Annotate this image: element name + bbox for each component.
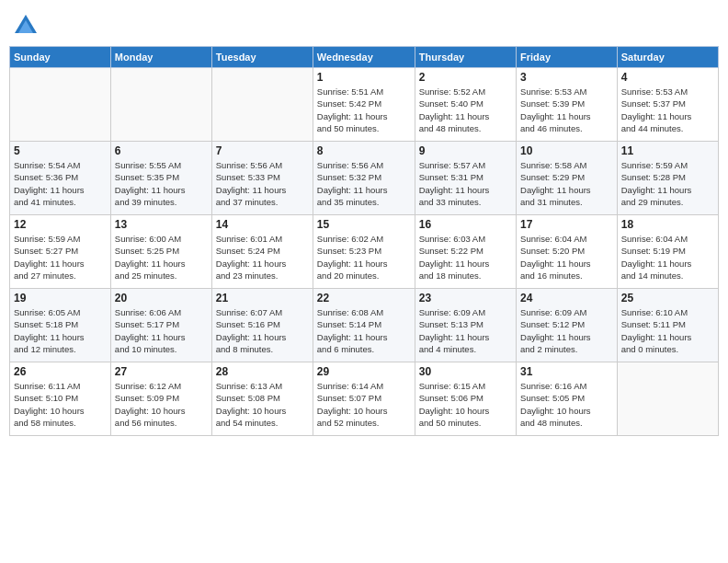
- day-info: Sunrise: 5:59 AM Sunset: 5:28 PM Dayligh…: [621, 159, 714, 208]
- day-info: Sunrise: 6:09 AM Sunset: 5:12 PM Dayligh…: [520, 306, 613, 355]
- day-number: 11: [621, 144, 714, 157]
- day-number: 25: [621, 292, 714, 304]
- header-sunday: Sunday: [10, 47, 111, 68]
- header-thursday: Thursday: [415, 47, 516, 68]
- day-number: 14: [216, 218, 309, 231]
- day-number: 8: [317, 144, 411, 157]
- day-info: Sunrise: 6:14 AM Sunset: 5:07 PM Dayligh…: [317, 380, 411, 429]
- day-number: 17: [520, 218, 613, 231]
- day-cell: 31Sunrise: 6:16 AM Sunset: 5:05 PM Dayli…: [517, 362, 618, 436]
- day-cell: 20Sunrise: 6:06 AM Sunset: 5:17 PM Dayli…: [110, 289, 211, 362]
- day-number: 10: [520, 144, 613, 157]
- header-monday: Monday: [110, 47, 211, 68]
- day-info: Sunrise: 5:52 AM Sunset: 5:40 PM Dayligh…: [419, 86, 512, 134]
- day-info: Sunrise: 6:04 AM Sunset: 5:20 PM Dayligh…: [520, 233, 613, 282]
- day-cell: 25Sunrise: 6:10 AM Sunset: 5:11 PM Dayli…: [617, 289, 718, 362]
- day-number: 3: [520, 71, 613, 84]
- day-info: Sunrise: 6:12 AM Sunset: 5:09 PM Dayligh…: [115, 380, 208, 429]
- header-row: SundayMondayTuesdayWednesdayThursdayFrid…: [10, 47, 719, 68]
- calendar-table: SundayMondayTuesdayWednesdayThursdayFrid…: [9, 46, 719, 436]
- day-number: 20: [115, 292, 208, 304]
- day-info: Sunrise: 6:16 AM Sunset: 5:05 PM Dayligh…: [520, 380, 613, 429]
- day-number: 1: [317, 71, 411, 84]
- day-number: 28: [216, 365, 309, 378]
- day-number: 12: [14, 218, 107, 231]
- day-info: Sunrise: 5:51 AM Sunset: 5:42 PM Dayligh…: [317, 86, 411, 134]
- day-info: Sunrise: 6:15 AM Sunset: 5:06 PM Dayligh…: [419, 380, 512, 429]
- day-cell: 6Sunrise: 5:55 AM Sunset: 5:35 PM Daylig…: [110, 142, 211, 215]
- day-cell: [211, 68, 313, 142]
- day-info: Sunrise: 6:11 AM Sunset: 5:10 PM Dayligh…: [14, 380, 107, 429]
- day-number: 19: [14, 292, 107, 304]
- day-cell: 28Sunrise: 6:13 AM Sunset: 5:08 PM Dayli…: [211, 362, 313, 436]
- day-cell: 19Sunrise: 6:05 AM Sunset: 5:18 PM Dayli…: [10, 289, 111, 362]
- day-cell: 27Sunrise: 6:12 AM Sunset: 5:09 PM Dayli…: [110, 362, 211, 436]
- day-number: 27: [115, 365, 208, 378]
- day-number: 30: [419, 365, 512, 378]
- day-number: 18: [621, 218, 714, 231]
- day-cell: 10Sunrise: 5:58 AM Sunset: 5:29 PM Dayli…: [517, 142, 618, 215]
- day-cell: 23Sunrise: 6:09 AM Sunset: 5:13 PM Dayli…: [415, 289, 516, 362]
- header-tuesday: Tuesday: [211, 47, 313, 68]
- day-info: Sunrise: 6:07 AM Sunset: 5:16 PM Dayligh…: [216, 306, 309, 355]
- day-number: 15: [317, 218, 411, 231]
- day-cell: 9Sunrise: 5:57 AM Sunset: 5:31 PM Daylig…: [415, 142, 516, 215]
- day-cell: 11Sunrise: 5:59 AM Sunset: 5:28 PM Dayli…: [617, 142, 718, 215]
- day-number: 7: [216, 144, 309, 157]
- day-info: Sunrise: 5:56 AM Sunset: 5:32 PM Dayligh…: [317, 159, 411, 208]
- day-number: 4: [621, 71, 714, 84]
- day-info: Sunrise: 5:55 AM Sunset: 5:35 PM Dayligh…: [115, 159, 208, 208]
- day-number: 31: [520, 365, 613, 378]
- day-info: Sunrise: 6:08 AM Sunset: 5:14 PM Dayligh…: [317, 306, 411, 355]
- day-info: Sunrise: 6:03 AM Sunset: 5:22 PM Dayligh…: [419, 233, 512, 282]
- day-number: 24: [520, 292, 613, 304]
- week-row-4: 26Sunrise: 6:11 AM Sunset: 5:10 PM Dayli…: [10, 362, 719, 436]
- day-cell: 3Sunrise: 5:53 AM Sunset: 5:39 PM Daylig…: [517, 68, 618, 142]
- day-info: Sunrise: 6:10 AM Sunset: 5:11 PM Dayligh…: [621, 306, 714, 355]
- day-info: Sunrise: 6:02 AM Sunset: 5:23 PM Dayligh…: [317, 233, 411, 282]
- day-cell: 30Sunrise: 6:15 AM Sunset: 5:06 PM Dayli…: [415, 362, 516, 436]
- day-number: 5: [14, 144, 107, 157]
- day-info: Sunrise: 5:59 AM Sunset: 5:27 PM Dayligh…: [14, 233, 107, 282]
- week-row-1: 5Sunrise: 5:54 AM Sunset: 5:36 PM Daylig…: [10, 142, 719, 215]
- day-number: 21: [216, 292, 309, 304]
- day-info: Sunrise: 5:56 AM Sunset: 5:33 PM Dayligh…: [216, 159, 309, 208]
- day-info: Sunrise: 6:09 AM Sunset: 5:13 PM Dayligh…: [419, 306, 512, 355]
- day-cell: 1Sunrise: 5:51 AM Sunset: 5:42 PM Daylig…: [313, 68, 415, 142]
- day-cell: 21Sunrise: 6:07 AM Sunset: 5:16 PM Dayli…: [211, 289, 313, 362]
- day-cell: 29Sunrise: 6:14 AM Sunset: 5:07 PM Dayli…: [313, 362, 415, 436]
- day-cell: 15Sunrise: 6:02 AM Sunset: 5:23 PM Dayli…: [313, 215, 415, 289]
- day-cell: 12Sunrise: 5:59 AM Sunset: 5:27 PM Dayli…: [10, 215, 111, 289]
- day-cell: 17Sunrise: 6:04 AM Sunset: 5:20 PM Dayli…: [517, 215, 618, 289]
- day-number: 6: [115, 144, 208, 157]
- day-cell: [617, 362, 718, 436]
- day-cell: 13Sunrise: 6:00 AM Sunset: 5:25 PM Dayli…: [110, 215, 211, 289]
- day-cell: [110, 68, 211, 142]
- day-cell: 5Sunrise: 5:54 AM Sunset: 5:36 PM Daylig…: [10, 142, 111, 215]
- header-wednesday: Wednesday: [313, 47, 415, 68]
- day-cell: 26Sunrise: 6:11 AM Sunset: 5:10 PM Dayli…: [10, 362, 111, 436]
- day-number: 26: [14, 365, 107, 378]
- day-info: Sunrise: 6:06 AM Sunset: 5:17 PM Dayligh…: [115, 306, 208, 355]
- day-info: Sunrise: 5:54 AM Sunset: 5:36 PM Dayligh…: [14, 159, 107, 208]
- day-info: Sunrise: 6:01 AM Sunset: 5:24 PM Dayligh…: [216, 233, 309, 282]
- page-header: [9, 9, 719, 39]
- day-info: Sunrise: 5:58 AM Sunset: 5:29 PM Dayligh…: [520, 159, 613, 208]
- day-cell: [10, 68, 111, 142]
- day-number: 22: [317, 292, 411, 304]
- day-cell: 24Sunrise: 6:09 AM Sunset: 5:12 PM Dayli…: [517, 289, 618, 362]
- day-cell: 2Sunrise: 5:52 AM Sunset: 5:40 PM Daylig…: [415, 68, 516, 142]
- day-cell: 8Sunrise: 5:56 AM Sunset: 5:32 PM Daylig…: [313, 142, 415, 215]
- day-number: 9: [419, 144, 512, 157]
- week-row-3: 19Sunrise: 6:05 AM Sunset: 5:18 PM Dayli…: [10, 289, 719, 362]
- day-info: Sunrise: 5:53 AM Sunset: 5:37 PM Dayligh…: [621, 86, 714, 134]
- day-info: Sunrise: 5:57 AM Sunset: 5:31 PM Dayligh…: [419, 159, 512, 208]
- day-cell: 22Sunrise: 6:08 AM Sunset: 5:14 PM Dayli…: [313, 289, 415, 362]
- header-saturday: Saturday: [617, 47, 718, 68]
- day-info: Sunrise: 5:53 AM Sunset: 5:39 PM Dayligh…: [520, 86, 613, 134]
- day-info: Sunrise: 6:13 AM Sunset: 5:08 PM Dayligh…: [216, 380, 309, 429]
- logo: [13, 13, 42, 39]
- day-number: 16: [419, 218, 512, 231]
- header-friday: Friday: [517, 47, 618, 68]
- day-cell: 16Sunrise: 6:03 AM Sunset: 5:22 PM Dayli…: [415, 215, 516, 289]
